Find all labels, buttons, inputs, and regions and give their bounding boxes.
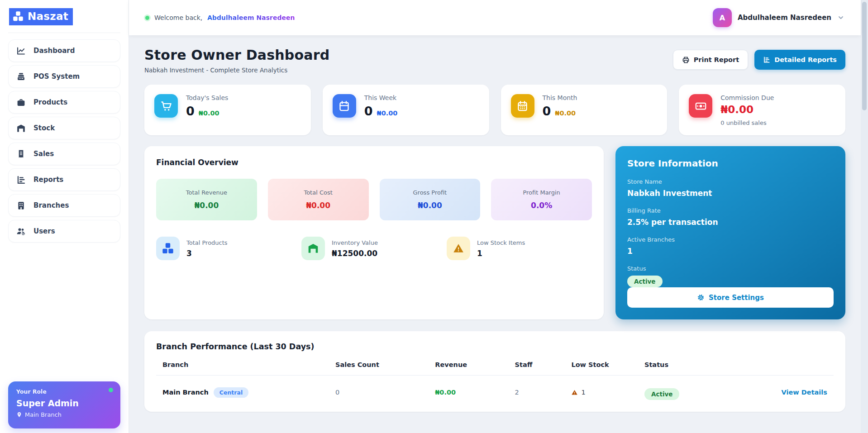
stat-card-todays-sales: Today's Sales 0 ₦0.00 bbox=[144, 85, 311, 135]
tile-label: Profit Margin bbox=[523, 189, 560, 196]
warning-icon bbox=[571, 389, 578, 396]
sidebar-item-label: Stock bbox=[33, 124, 55, 132]
branch-table: Branch Sales Count Revenue Staff Low Sto… bbox=[156, 361, 834, 400]
field-value: 1 bbox=[627, 247, 834, 256]
active-branches-field: Active Branches 1 bbox=[627, 236, 834, 256]
mini-label: Low Stock Items bbox=[477, 239, 525, 246]
field-label: Billing Rate bbox=[627, 207, 834, 214]
stat-count: 0 bbox=[186, 105, 195, 117]
page-title: Store Owner Dashboard bbox=[144, 47, 329, 63]
cash-register-icon bbox=[16, 72, 26, 81]
scrollbar-track[interactable] bbox=[861, 0, 868, 433]
head-actions: Print Report Detailed Reports bbox=[673, 50, 845, 70]
financial-tiles: Total Revenue ₦0.00 Total Cost ₦0.00 Gro… bbox=[156, 179, 592, 220]
detailed-reports-button[interactable]: Detailed Reports bbox=[754, 50, 845, 70]
staff-cell: 2 bbox=[515, 389, 572, 396]
mini-value: 3 bbox=[186, 249, 228, 258]
logo-row: Naszat bbox=[8, 7, 120, 33]
inventory-mini-stats: Total Products 3 Inventory Value ₦12500.… bbox=[156, 237, 592, 260]
sidebar-item-pos-system[interactable]: POS System bbox=[8, 65, 120, 88]
table-row: Main Branch Central 0 ₦0.00 2 1 Active V… bbox=[156, 376, 834, 400]
sidebar-item-dashboard[interactable]: Dashboard bbox=[8, 39, 120, 62]
user-name: Abdulhaleem Nasredeen bbox=[738, 14, 831, 22]
cubes-logo-icon bbox=[13, 11, 24, 22]
stat-label: This Month bbox=[543, 94, 577, 101]
boxes-icon bbox=[156, 237, 180, 260]
sidebar-item-products[interactable]: Products bbox=[8, 91, 120, 114]
role-card-title: Your Role bbox=[16, 388, 112, 395]
field-value: 2.5% per transaction bbox=[627, 218, 834, 227]
role-branch: Main Branch bbox=[16, 411, 112, 418]
warehouse-icon bbox=[16, 124, 26, 133]
stat-amount: ₦0.00 bbox=[377, 109, 398, 117]
user-menu[interactable]: A Abdulhaleem Nasredeen bbox=[713, 8, 844, 27]
printer-icon bbox=[682, 56, 690, 64]
box-icon bbox=[16, 98, 26, 107]
branch-name: Main Branch bbox=[162, 389, 209, 396]
sidebar: Naszat Dashboard POS System Products Sto… bbox=[0, 0, 129, 433]
welcome-prefix: Welcome back, bbox=[154, 14, 202, 21]
mini-value: 1 bbox=[477, 249, 525, 258]
mid-row: Financial Overview Total Revenue ₦0.00 T… bbox=[144, 146, 845, 319]
chart-line-icon bbox=[16, 46, 26, 56]
tile-value: ₦0.00 bbox=[194, 201, 219, 210]
status-field: Status Active bbox=[627, 265, 834, 287]
tile-value: 0.0% bbox=[531, 201, 552, 210]
receipt-icon bbox=[16, 149, 26, 159]
tile-total-cost: Total Cost ₦0.00 bbox=[268, 179, 369, 220]
chevron-down-icon bbox=[837, 14, 844, 21]
tile-gross-profit: Gross Profit ₦0.00 bbox=[380, 179, 481, 220]
sidebar-item-label: POS System bbox=[33, 72, 80, 81]
logo[interactable]: Naszat bbox=[9, 8, 73, 25]
sidebar-item-label: Branches bbox=[33, 201, 69, 209]
stat-label: Commission Due bbox=[720, 94, 774, 101]
column-header: Staff bbox=[515, 361, 572, 368]
scrollbar-thumb[interactable] bbox=[862, 2, 867, 110]
store-settings-button[interactable]: Store Settings bbox=[627, 287, 834, 308]
sales-count-cell: 0 bbox=[335, 389, 435, 396]
stat-label: Today's Sales bbox=[186, 94, 228, 101]
tile-label: Total Cost bbox=[304, 189, 332, 196]
store-name-field: Store Name Nabkah Investment bbox=[627, 178, 834, 198]
stat-card-this-week: This Week 0 ₦0.00 bbox=[323, 85, 489, 135]
sidebar-item-branches[interactable]: Branches bbox=[8, 194, 120, 217]
calendar-month-icon bbox=[511, 94, 534, 118]
sidebar-item-reports[interactable]: Reports bbox=[8, 168, 120, 191]
sidebar-nav: Dashboard POS System Products Stock Sale… bbox=[8, 39, 120, 243]
view-details-link[interactable]: View Details bbox=[748, 389, 827, 396]
stat-card-this-month: This Month 0 ₦0.00 bbox=[501, 85, 668, 135]
role-name: Super Admin bbox=[16, 398, 112, 408]
column-header: Sales Count bbox=[335, 361, 435, 368]
central-badge: Central bbox=[214, 387, 248, 398]
building-icon bbox=[16, 201, 26, 210]
branch-performance-title: Branch Performance (Last 30 Days) bbox=[156, 342, 834, 351]
sidebar-item-users[interactable]: Users bbox=[8, 220, 120, 243]
low-stock-value: 1 bbox=[581, 389, 585, 396]
print-report-button[interactable]: Print Report bbox=[673, 50, 748, 70]
table-header-row: Branch Sales Count Revenue Staff Low Sto… bbox=[156, 361, 834, 376]
warning-icon bbox=[447, 237, 470, 260]
logo-text: Naszat bbox=[28, 10, 68, 22]
sidebar-item-stock[interactable]: Stock bbox=[8, 117, 120, 139]
billing-rate-field: Billing Rate 2.5% per transaction bbox=[627, 207, 834, 227]
tile-value: ₦0.00 bbox=[418, 201, 442, 210]
location-pin-icon bbox=[16, 412, 22, 418]
content: Store Owner Dashboard Nabkah Investment … bbox=[129, 35, 861, 433]
financial-overview-title: Financial Overview bbox=[156, 158, 592, 167]
store-information-title: Store Information bbox=[627, 158, 834, 169]
tile-profit-margin: Profit Margin 0.0% bbox=[491, 179, 592, 220]
column-header: Status bbox=[644, 361, 748, 368]
stats-row: Today's Sales 0 ₦0.00 This Week 0 ₦0.00 bbox=[144, 85, 845, 135]
mini-low-stock: Low Stock Items 1 bbox=[447, 237, 592, 260]
gear-icon bbox=[697, 294, 705, 301]
tile-total-revenue: Total Revenue ₦0.00 bbox=[156, 179, 257, 220]
stat-count: 0 bbox=[364, 105, 373, 117]
status-badge: Active bbox=[627, 276, 663, 287]
sidebar-item-label: Products bbox=[33, 98, 67, 106]
topbar: Welcome back, Abdulhaleem Nasredeen A Ab… bbox=[129, 0, 861, 35]
mini-value: ₦12500.00 bbox=[332, 249, 378, 258]
sidebar-item-sales[interactable]: Sales bbox=[8, 143, 120, 165]
status-dot bbox=[145, 16, 149, 20]
low-stock-cell: 1 bbox=[571, 389, 644, 396]
mini-inventory-value: Inventory Value ₦12500.00 bbox=[301, 237, 447, 260]
